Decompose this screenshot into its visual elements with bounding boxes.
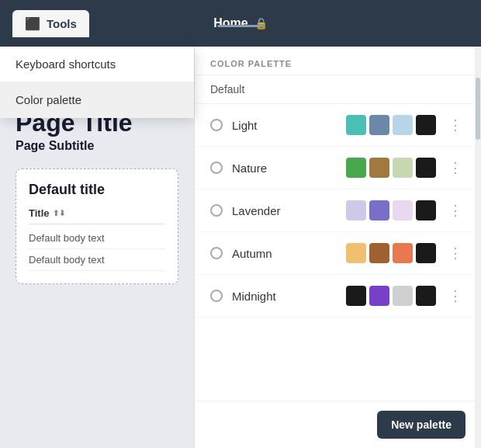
header: ⬛ Tools Home 🔒 — [0, 0, 481, 47]
swatch-nature-1 — [346, 158, 366, 178]
palette-more-nature[interactable]: ⋮ — [445, 159, 465, 176]
palette-name-midnight: Midnight — [232, 290, 337, 303]
swatch-light-1 — [346, 115, 366, 135]
palette-more-autumn[interactable]: ⋮ — [445, 245, 465, 262]
swatch-midnight-2 — [369, 286, 389, 306]
dropdown-menu: Keyboard shortcuts Color palette — [0, 47, 194, 118]
palette-footer: New palette — [195, 401, 481, 448]
palette-more-light[interactable]: ⋮ — [445, 116, 465, 134]
palette-radio-midnight[interactable] — [210, 290, 223, 302]
palette-item-autumn: Autumn ⋮ — [195, 232, 481, 275]
palette-radio-lavender[interactable] — [210, 204, 223, 217]
swatch-autumn-3 — [393, 243, 413, 263]
palette-more-lavender[interactable]: ⋮ — [445, 202, 465, 219]
color-palette-panel: COLOR PALETTE Default Light ⋮ Nature — [194, 47, 481, 448]
swatch-autumn-2 — [369, 243, 389, 263]
swatch-lavender-2 — [369, 200, 389, 221]
header-center: Home 🔒 — [213, 16, 267, 30]
swatch-midnight-3 — [393, 286, 413, 306]
content-card: Default title Title ⬆⬇ Default body text… — [16, 168, 178, 284]
palette-list: Light ⋮ Nature ⋮ — [195, 104, 481, 401]
swatch-nature-3 — [393, 158, 413, 178]
swatch-light-2 — [369, 115, 389, 135]
color-swatches-midnight — [346, 286, 436, 306]
palette-item-nature: Nature ⋮ — [195, 147, 481, 189]
tools-label: Tools — [47, 17, 77, 30]
card-title: Default title — [29, 182, 165, 198]
lock-icon: 🔒 — [254, 17, 268, 30]
column-title: Title ⬆⬇ — [29, 207, 65, 219]
palette-item-light: Light ⋮ — [195, 104, 481, 147]
tools-icon: ⬛ — [25, 16, 40, 31]
palette-default-label: Default — [195, 75, 481, 104]
swatch-lavender-4 — [416, 200, 436, 221]
palette-section-label: COLOR PALETTE — [195, 47, 481, 75]
scrollbar[interactable] — [475, 47, 481, 448]
swatch-midnight-4 — [416, 286, 436, 306]
palette-radio-light[interactable] — [210, 119, 223, 131]
swatch-autumn-4 — [416, 243, 436, 263]
menu-item-keyboard-shortcuts[interactable]: Keyboard shortcuts — [0, 47, 194, 82]
swatch-nature-4 — [416, 158, 436, 178]
scrollbar-thumb[interactable] — [476, 78, 480, 140]
page-subtitle: Page Subtitle — [16, 139, 178, 153]
palette-name-lavender: Lavender — [232, 204, 337, 217]
palette-name-nature: Nature — [232, 161, 337, 175]
color-swatches-lavender — [346, 200, 436, 221]
palette-radio-nature[interactable] — [210, 161, 223, 174]
swatch-autumn-1 — [346, 243, 366, 263]
swatch-midnight-1 — [346, 286, 366, 306]
new-palette-button[interactable]: New palette — [377, 411, 465, 439]
table-header: Title ⬆⬇ — [29, 207, 165, 224]
table-row: Default body text — [29, 227, 165, 249]
menu-item-color-palette[interactable]: Color palette — [0, 82, 194, 118]
palette-item-lavender: Lavender ⋮ — [195, 189, 481, 232]
palette-name-autumn: Autumn — [232, 247, 337, 260]
color-swatches-autumn — [346, 243, 436, 263]
color-swatches-light — [346, 115, 436, 135]
color-swatches-nature — [346, 158, 436, 178]
palette-radio-autumn[interactable] — [210, 247, 223, 259]
swatch-nature-2 — [369, 158, 389, 178]
swatch-lavender-3 — [393, 200, 413, 221]
header-underline — [217, 25, 264, 27]
home-label: Home — [213, 16, 247, 30]
palette-item-midnight: Midnight ⋮ — [195, 275, 481, 318]
palette-name-light: Light — [232, 119, 337, 132]
swatch-light-4 — [416, 115, 436, 135]
palette-more-midnight[interactable]: ⋮ — [445, 287, 465, 304]
tools-tab[interactable]: ⬛ Tools — [12, 10, 89, 37]
swatch-lavender-1 — [346, 200, 366, 221]
swatch-light-3 — [393, 115, 413, 135]
table-row: Default body text — [29, 249, 165, 271]
sort-icon: ⬆⬇ — [53, 209, 65, 217]
